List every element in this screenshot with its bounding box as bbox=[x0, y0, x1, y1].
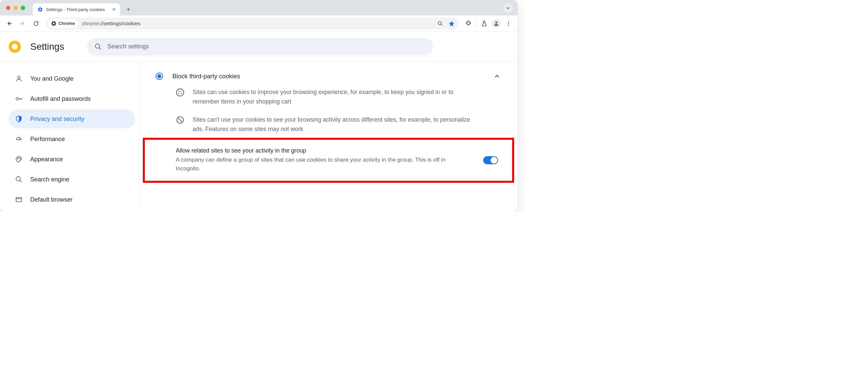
site-chip[interactable]: Chrome bbox=[48, 19, 78, 28]
forward-button[interactable] bbox=[17, 18, 28, 29]
page-header: Settings Search settings bbox=[0, 32, 518, 62]
close-window-button[interactable] bbox=[6, 6, 10, 10]
sidebar-item-label: Default browser bbox=[30, 196, 72, 203]
address-bar[interactable]: Chrome chrome://settings/cookies bbox=[46, 18, 459, 30]
window-controls bbox=[6, 6, 25, 10]
svg-point-9 bbox=[16, 97, 19, 100]
search-settings-input[interactable]: Search settings bbox=[87, 38, 433, 56]
sidebar-item-label: Appearance bbox=[30, 156, 63, 163]
sidebar-item-you-and-google[interactable]: You and Google bbox=[9, 69, 135, 88]
key-icon bbox=[15, 95, 23, 103]
search-placeholder: Search settings bbox=[107, 43, 149, 50]
detail-blocked: Sites can't use your cookies to see your… bbox=[146, 112, 512, 140]
zoom-icon[interactable] bbox=[435, 19, 445, 29]
sidebar-item-appearance[interactable]: Appearance bbox=[9, 150, 135, 169]
cookie-icon bbox=[176, 88, 185, 97]
back-button[interactable] bbox=[3, 18, 15, 29]
browser-icon bbox=[15, 195, 23, 203]
new-tab-button[interactable] bbox=[123, 4, 133, 14]
toggle-subtitle: A company can define a group of sites th… bbox=[176, 156, 451, 173]
svg-point-5 bbox=[508, 23, 509, 24]
option-title: Block third-party cookies bbox=[173, 72, 484, 80]
bookmark-star-icon[interactable] bbox=[446, 19, 457, 29]
svg-point-12 bbox=[20, 159, 21, 159]
block-third-party-cookies-option[interactable]: Block third-party cookies bbox=[146, 68, 512, 85]
svg-point-19 bbox=[179, 93, 180, 94]
svg-point-2 bbox=[438, 22, 441, 25]
svg-point-13 bbox=[16, 177, 21, 181]
minimize-window-button[interactable] bbox=[13, 6, 18, 10]
radio-selected-icon[interactable] bbox=[156, 72, 163, 80]
sidebar-item-label: Autofill and passwords bbox=[30, 95, 91, 102]
search-icon bbox=[94, 43, 102, 51]
sidebar-item-label: You and Google bbox=[30, 75, 73, 82]
svg-point-16 bbox=[179, 91, 180, 92]
detail-text-blocked: Sites can't use your cookies to see your… bbox=[192, 115, 482, 134]
svg-point-17 bbox=[181, 90, 182, 91]
detail-text-allowed: Sites can use cookies to improve your br… bbox=[192, 87, 482, 106]
sidebar-item-label: Search engine bbox=[30, 176, 69, 183]
sidebar-item-privacy[interactable]: Privacy and security bbox=[9, 109, 135, 128]
browser-window: Settings - Third-party cookies Chrome bbox=[0, 0, 518, 212]
site-chip-label: Chrome bbox=[59, 21, 75, 26]
sidebar-item-performance[interactable]: Performance bbox=[9, 130, 135, 149]
svg-point-15 bbox=[177, 89, 184, 96]
chrome-logo-icon bbox=[9, 41, 21, 53]
labs-icon[interactable] bbox=[478, 18, 490, 29]
svg-point-1 bbox=[53, 23, 55, 24]
svg-point-3 bbox=[495, 22, 497, 24]
sidebar: You and Google Autofill and passwords Pr… bbox=[0, 62, 139, 212]
person-icon bbox=[15, 74, 23, 83]
shield-icon bbox=[15, 115, 23, 123]
separator bbox=[476, 20, 476, 27]
sidebar-item-label: Privacy and security bbox=[30, 116, 84, 123]
tab-strip: Settings - Third-party cookies bbox=[0, 0, 518, 15]
sidebar-item-default-browser[interactable]: Default browser bbox=[9, 190, 135, 209]
svg-rect-14 bbox=[16, 197, 22, 202]
chevron-up-icon[interactable] bbox=[493, 72, 501, 80]
url-text: chrome://settings/cookies bbox=[82, 21, 435, 27]
svg-point-18 bbox=[181, 92, 182, 93]
svg-point-4 bbox=[508, 21, 509, 22]
speed-icon bbox=[15, 135, 23, 143]
tab-title: Settings - Third-party cookies bbox=[46, 7, 109, 12]
main-content: Block third-party cookies Sites can use … bbox=[139, 62, 518, 212]
svg-point-8 bbox=[18, 76, 20, 78]
sidebar-item-search-engine[interactable]: Search engine bbox=[9, 170, 135, 189]
tab-settings-cookies[interactable]: Settings - Third-party cookies bbox=[33, 3, 120, 15]
allow-related-sites-toggle[interactable] bbox=[483, 156, 498, 164]
toolbar: Chrome chrome://settings/cookies bbox=[0, 15, 518, 32]
body: You and Google Autofill and passwords Pr… bbox=[0, 62, 518, 212]
svg-point-10 bbox=[17, 159, 18, 159]
search-icon bbox=[15, 176, 23, 184]
detail-allowed: Sites can use cookies to improve your br… bbox=[146, 85, 512, 112]
palette-icon bbox=[15, 155, 23, 163]
reload-button[interactable] bbox=[30, 18, 42, 29]
svg-point-6 bbox=[508, 25, 509, 26]
profile-avatar[interactable] bbox=[491, 18, 502, 29]
settings-card: Block third-party cookies Sites can use … bbox=[146, 68, 512, 181]
sidebar-item-label: Performance bbox=[30, 136, 65, 143]
sidebar-item-autofill[interactable]: Autofill and passwords bbox=[9, 89, 135, 108]
svg-point-11 bbox=[19, 158, 19, 158]
menu-button[interactable] bbox=[503, 18, 514, 29]
tab-overflow-button[interactable] bbox=[503, 3, 513, 13]
gear-icon bbox=[37, 7, 43, 12]
extensions-icon[interactable] bbox=[463, 18, 474, 29]
allow-related-sites-row: Allow related sites to see your activity… bbox=[146, 140, 512, 181]
blocked-icon bbox=[176, 116, 185, 125]
page-title: Settings bbox=[30, 41, 64, 52]
maximize-window-button[interactable] bbox=[21, 6, 25, 10]
toggle-title: Allow related sites to see your activity… bbox=[176, 147, 473, 154]
close-tab-icon[interactable] bbox=[111, 7, 117, 12]
svg-point-7 bbox=[95, 44, 100, 48]
